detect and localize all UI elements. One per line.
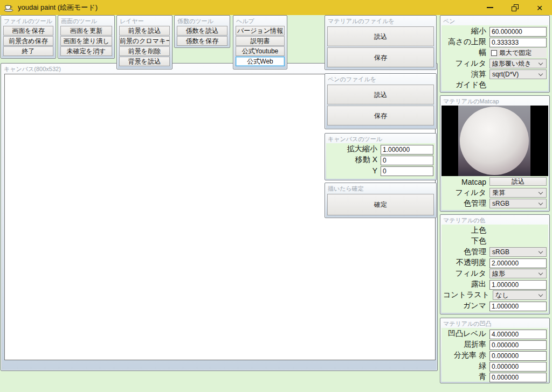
refraction-row: 屈折率 (443, 340, 547, 349)
contrast-select[interactable]: なし (493, 290, 547, 300)
pen-width-label: 幅 (443, 48, 489, 58)
color-cm-label: 色管理 (443, 247, 489, 257)
spectral-b-input[interactable] (489, 373, 547, 382)
zoom-label: 拡大縮小 (328, 144, 381, 154)
matcap-filter-label: フィルタ (443, 188, 489, 198)
confirm-panel-title: 描いたら確定 (325, 183, 436, 193)
fill-screen-button[interactable]: 画面を塗り潰し (60, 36, 112, 46)
matcap-filter-row: フィルタ 乗算 (443, 188, 547, 198)
delete-foreground-button[interactable]: 前景を削除 (119, 46, 170, 56)
manual-button[interactable]: 説明書 (236, 36, 285, 46)
bottom-color-row: 下色 (443, 236, 547, 246)
pen-shrink-input[interactable] (489, 27, 547, 37)
pen-filter-select[interactable]: 線形覆い焼き (489, 59, 547, 68)
pen-height-input[interactable] (489, 38, 547, 47)
pen-op-select[interactable]: sqrt(D*V) (489, 69, 547, 79)
minimize-button[interactable] (478, 0, 502, 15)
material-bump-body: 凹凸レベル 屈折率 分光率 赤 緑 青 (441, 328, 548, 382)
exposure-label: 露出 (443, 279, 489, 289)
spectral-g-input[interactable] (489, 362, 547, 372)
chevron-down-icon (539, 270, 543, 275)
chevron-down-icon (539, 292, 543, 296)
color-filter-label: フィルタ (443, 269, 489, 278)
matcap-panel-title: マテリアルのMatcap (440, 96, 549, 106)
update-screen-button[interactable]: 画面を更新 (60, 26, 112, 36)
pen-filter-label: フィルタ (443, 59, 489, 68)
matcap-panel: マテリアルのMatcap Matcap 読込 フィルタ 乗算 色管理 (440, 95, 550, 212)
chevron-down-icon (539, 60, 543, 65)
material-load-button[interactable]: 読込 (327, 26, 434, 46)
color-filter-select[interactable]: 線形 (489, 269, 547, 278)
pen-panel: ペン 縮小 高さの上限 幅 最大で固定 フィルタ (440, 15, 550, 93)
material-save-button[interactable]: 保存 (327, 47, 434, 67)
minimize-icon (487, 7, 493, 8)
window-controls: × (478, 0, 552, 15)
spectral-r-input[interactable] (489, 351, 547, 361)
opacity-input[interactable] (489, 258, 547, 268)
restore-icon (512, 4, 519, 11)
window-title: youdai paint (絵画モード) (18, 3, 98, 12)
bump-level-input[interactable] (489, 330, 547, 339)
contrast-row: コントラスト なし (443, 290, 547, 300)
pen-load-button[interactable]: 読込 (327, 85, 434, 104)
pen-save-button[interactable]: 保存 (327, 106, 434, 125)
color-cm-row: 色管理 sRGB (443, 247, 547, 257)
confirm-button[interactable]: 確定 (327, 194, 434, 215)
pen-width-fix-row: 最大で固定 (489, 48, 547, 58)
official-youtube-button[interactable]: 公式Youtube (236, 46, 285, 56)
pen-panel-title: ペン (440, 16, 549, 25)
foreground-chromakey-button[interactable]: 前景のクロマキー (119, 36, 170, 46)
color-cm-select[interactable]: sRGB (489, 247, 547, 257)
title-bar: youdai paint (絵画モード) × (0, 0, 552, 15)
close-icon: × (536, 3, 542, 13)
move-x-label: 移動 X (328, 155, 381, 165)
gamma-input[interactable] (489, 302, 547, 311)
exposure-input[interactable] (489, 280, 547, 290)
restore-button[interactable] (502, 0, 527, 15)
pen-op-label: 演算 (443, 69, 489, 79)
pen-width-fix-label: 最大で固定 (499, 48, 532, 58)
spectral-r-row: 分光率 赤 (443, 351, 547, 360)
opacity-label: 不透明度 (443, 258, 489, 268)
bottom-color-label: 下色 (443, 236, 489, 246)
pen-file-panel: ペンのファイルを 読込 保存 (325, 73, 437, 129)
bump-level-row: 凹凸レベル (443, 329, 547, 339)
version-info-button[interactable]: バージョン情報 (236, 26, 285, 36)
spectral-g-row: 緑 (443, 361, 547, 371)
coef-tools-panel: 係数のツール 係数を読込 係数を保存 (174, 15, 230, 48)
material-file-title: マテリアルのファイルを (325, 16, 436, 25)
pen-guide-label: ガイド色 (443, 80, 489, 90)
help-panel: ヘルプ バージョン情報 説明書 公式Youtube 公式Web (233, 15, 287, 69)
refraction-input[interactable] (489, 340, 547, 350)
spectral-b-label: 青 (443, 372, 489, 382)
save-with-foreground-button[interactable]: 前景含め保存 (3, 36, 53, 46)
load-background-button[interactable]: 背景を読込 (119, 57, 170, 66)
exit-button[interactable]: 終了 (3, 46, 53, 56)
chevron-down-icon (539, 200, 543, 205)
pen-height-label: 高さの上限 (443, 37, 489, 47)
matcap-filter-select[interactable]: 乗算 (489, 188, 547, 198)
move-x-input[interactable] (381, 156, 433, 165)
save-coef-button[interactable]: 係数を保存 (177, 36, 227, 46)
official-web-button[interactable]: 公式Web (236, 57, 285, 66)
load-foreground-button[interactable]: 前景を読込 (119, 26, 170, 36)
matcap-load-button[interactable]: 読込 (489, 177, 547, 186)
move-y-input[interactable] (381, 166, 433, 176)
pen-filter-row: フィルタ 線形覆い焼き (443, 59, 547, 68)
close-button[interactable]: × (527, 0, 552, 15)
load-coef-button[interactable]: 係数を読込 (177, 26, 227, 36)
zoom-input[interactable] (381, 145, 433, 155)
matcap-cm-select[interactable]: sRGB (489, 199, 547, 208)
matcap-frame (458, 106, 530, 176)
material-color-title: マテリアルの色 (440, 215, 549, 225)
pen-file-title: ペンのファイルを (325, 74, 436, 83)
erase-unconfirmed-button[interactable]: 未確定を消す (60, 46, 112, 56)
pen-width-fix-checkbox[interactable] (491, 50, 497, 56)
chevron-down-icon (539, 249, 543, 253)
save-screen-button[interactable]: 画面を保存 (3, 26, 53, 36)
move-y-row: Y (328, 166, 433, 176)
canvas-tools-body: 拡大縮小 移動 X Y (326, 143, 435, 179)
layer-panel: レイヤー 前景を読込 前景のクロマキー 前景を削除 背景を読込 (116, 15, 172, 69)
pen-height-row: 高さの上限 (443, 37, 547, 47)
bump-level-label: 凹凸レベル (443, 329, 489, 339)
